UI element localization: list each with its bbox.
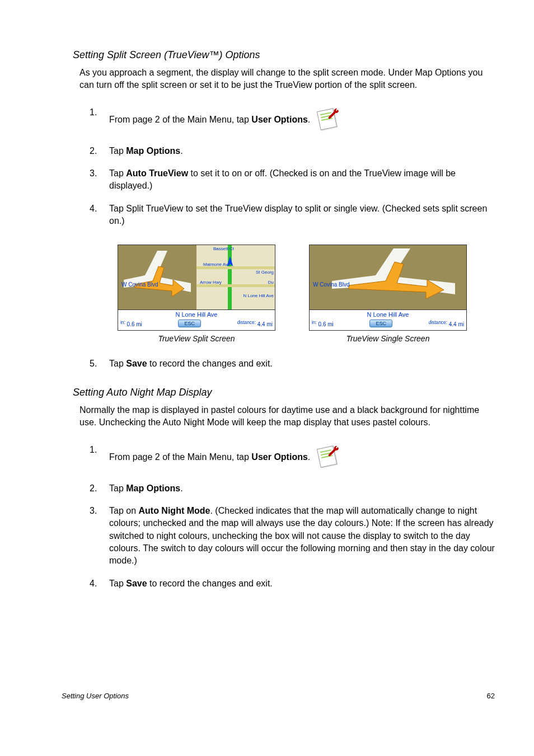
map-label: St Georg — [256, 270, 274, 275]
step-number: 2. — [73, 145, 109, 157]
step-body: Tap Map Options. — [109, 145, 495, 157]
step-text: Tap on — [109, 506, 138, 515]
step-number: 1. — [73, 444, 109, 456]
step-text: From page 2 of the Main Menu, tap — [109, 115, 251, 125]
step-text: to record the changes and exit. — [147, 359, 273, 368]
distance-in: in: 0.6 mi — [120, 320, 142, 327]
esc-button[interactable]: ESC — [178, 320, 201, 327]
step-number: 5. — [73, 358, 109, 370]
step-number: 2. — [73, 482, 109, 495]
step-number: 4. — [73, 577, 109, 590]
step-text: Tap — [109, 359, 126, 368]
esc-button[interactable]: ESC — [369, 320, 392, 327]
footer-page-number: 62 — [487, 692, 495, 700]
figure-single-screen: W Covina Blvd N Lone Hill Ave in: 0.6 mi… — [309, 245, 467, 343]
step-body: From page 2 of the Main Menu, tap User O… — [109, 106, 495, 134]
step-bold: Map Options — [126, 483, 180, 493]
figure-caption: TrueView Single Screen — [309, 334, 467, 343]
step-number: 1. — [73, 106, 109, 119]
section-title-trueview: Setting Split Screen (TrueView™) Options — [73, 49, 495, 61]
step-body: Tap Save to record the changes and exit. — [109, 358, 495, 370]
figure-caption: TrueView Split Screen — [118, 334, 275, 343]
page-footer: Setting User Options 62 — [62, 692, 495, 700]
step-text: Tap — [109, 146, 126, 156]
user-options-icon — [316, 106, 341, 134]
step-body: Tap Split TrueView to set the TrueView d… — [109, 203, 495, 228]
step-text: . — [308, 453, 310, 462]
footer-section-name: Setting User Options — [62, 692, 129, 700]
next-street-label: N Lone Hill Ave — [118, 310, 275, 320]
turn-arrow-icon — [332, 248, 455, 304]
intro-paragraph-autonight: Normally the map is displayed in pastel … — [79, 404, 495, 428]
turn-arrow-icon — [124, 251, 191, 301]
step-bold: Auto TrueView — [126, 168, 188, 178]
map-label: Arrow Hwy — [200, 280, 222, 285]
distance-total: distance: 4.4 mi — [237, 320, 273, 327]
step-number: 4. — [73, 203, 109, 215]
distance-total: distance: 4.4 mi — [429, 320, 464, 327]
step-text: . — [308, 115, 310, 125]
step-body: Tap Save to record the changes and exit. — [109, 577, 495, 590]
step-number: 3. — [73, 167, 109, 180]
street-label: W Covina Blvd — [121, 281, 158, 288]
map-label: Du — [268, 280, 274, 285]
step-bold: Save — [126, 359, 147, 368]
next-street-label: N Lone Hill Ave — [310, 310, 466, 320]
step-text: . — [180, 146, 182, 156]
map-label: Bassett Ct — [213, 246, 234, 251]
map-label: N Lone Hill Ave — [243, 293, 274, 298]
figure-split-screen: W Covina Blvd Bassett Ct Maimone Ave St … — [118, 245, 275, 343]
section-title-autonight: Setting Auto Night Map Display — [73, 387, 495, 398]
step-bold: User Options — [251, 115, 307, 125]
step-bold: User Options — [251, 453, 307, 462]
step-bold: Map Options — [126, 146, 180, 156]
step-text: From page 2 of the Main Menu, tap — [109, 453, 251, 462]
step-body: Tap on Auto Night Mode. (Checked indicat… — [109, 505, 495, 567]
step-bold: Save — [126, 579, 147, 588]
step-text: Tap — [109, 483, 126, 493]
step-text: to record the changes and exit. — [147, 579, 273, 588]
distance-in: in: 0.6 mi — [312, 320, 334, 327]
step-text: . — [180, 483, 182, 493]
step-number: 3. — [73, 505, 109, 517]
intro-paragraph-trueview: As you approach a segment, the display w… — [79, 67, 495, 91]
step-body: From page 2 of the Main Menu, tap User O… — [109, 444, 495, 472]
step-text: Tap — [109, 579, 126, 588]
step-body: Tap Auto TrueView to set it to on or off… — [109, 167, 495, 192]
figures-row: W Covina Blvd Bassett Ct Maimone Ave St … — [118, 245, 495, 343]
user-options-icon — [316, 444, 341, 472]
step-body: Tap Map Options. — [109, 482, 495, 495]
step-bold: Auto Night Mode — [138, 506, 210, 515]
step-text: Tap — [109, 168, 126, 178]
street-label: W Covina Blvd — [313, 281, 350, 288]
map-label: Maimone Ave — [203, 262, 230, 267]
